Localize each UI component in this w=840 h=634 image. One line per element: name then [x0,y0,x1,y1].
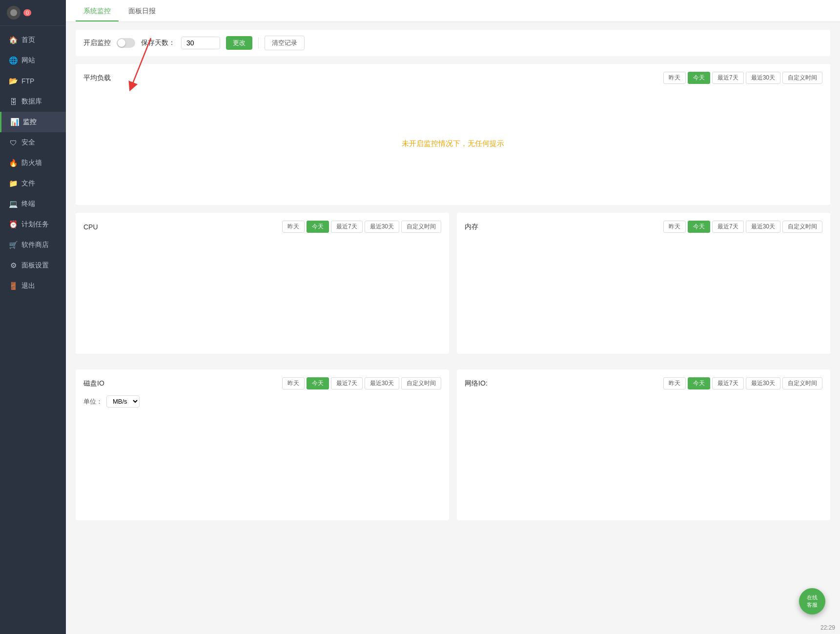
cpu-filter-today[interactable]: 今天 [307,221,329,233]
sidebar-item-website[interactable]: 🌐 网站 [0,50,66,71]
network-io-title: 网络IO: [465,379,488,388]
filter-yesterday[interactable]: 昨天 [663,72,686,84]
sidebar-item-logout[interactable]: 🚪 退出 [0,276,66,296]
memory-chart-area [465,239,822,346]
cpu-filter-7days[interactable]: 最近7天 [331,221,363,233]
sidebar-item-label: 监控 [23,118,37,126]
memory-panel: 内存 昨天 今天 最近7天 最近30天 自定义时间 [457,213,830,354]
sidebar-item-cron[interactable]: ⏰ 计划任务 [0,214,66,235]
average-load-time-filters: 昨天 今天 最近7天 最近30天 自定义时间 [663,72,822,84]
disk-filter-7days[interactable]: 最近7天 [331,377,363,389]
filter-today[interactable]: 今天 [688,72,710,84]
network-filter-today[interactable]: 今天 [688,377,710,389]
sidebar-item-firewall[interactable]: 🔥 防火墙 [0,153,66,173]
sidebar-item-terminal[interactable]: 💻 终端 [0,194,66,214]
sidebar-item-label: 首页 [21,36,35,44]
disk-io-time-filters: 昨天 今天 最近7天 最近30天 自定义时间 [282,377,441,389]
sidebar-item-label: 安全 [21,138,35,147]
sidebar-item-security[interactable]: 🛡 安全 [0,132,66,153]
database-icon: 🗄 [9,97,18,106]
svg-point-0 [10,9,17,16]
sidebar-item-files[interactable]: 📁 文件 [0,173,66,194]
clear-button[interactable]: 清空记录 [265,36,305,50]
tab-panel-log[interactable]: 面板日报 [121,0,164,21]
sidebar-item-software[interactable]: 🛒 软件商店 [0,235,66,255]
monitor-toggle[interactable] [117,38,135,48]
sidebar-nav: 🏠 首页 🌐 网站 📂 FTP 🗄 数据库 📊 监控 🛡 安全 🔥 防火墙 � [0,26,66,634]
disk-filter-yesterday[interactable]: 昨天 [282,377,305,389]
cpu-filter-30days[interactable]: 最近30天 [365,221,399,233]
memory-filter-yesterday[interactable]: 昨天 [663,221,686,233]
memory-filter-today[interactable]: 今天 [688,221,710,233]
memory-header: 内存 昨天 今天 最近7天 最近30天 自定义时间 [465,221,822,233]
home-icon: 🏠 [9,36,18,44]
charts-row-1: CPU 昨天 今天 最近7天 最近30天 自定义时间 内存 昨天 [76,213,830,362]
divider [258,37,259,49]
disk-filter-30days[interactable]: 最近30天 [365,377,399,389]
network-filter-custom[interactable]: 自定义时间 [782,377,822,389]
sidebar-item-label: 面板设置 [21,261,49,270]
network-filter-7days[interactable]: 最近7天 [712,377,744,389]
save-days-input[interactable] [181,37,220,49]
unit-select[interactable]: MB/s KB/s B/s [106,395,140,408]
memory-filter-7days[interactable]: 最近7天 [712,221,744,233]
average-load-header: 平均负载 昨天 今天 最近7天 最近30天 自定义时间 [83,72,822,84]
disk-io-header: 磁盘IO 昨天 今天 最近7天 最近30天 自定义时间 [83,377,441,389]
cpu-panel: CPU 昨天 今天 最近7天 最近30天 自定义时间 [76,213,449,354]
charts-row-2: 磁盘IO 昨天 今天 最近7天 最近30天 自定义时间 单位： MB/s KB/… [76,369,830,528]
software-icon: 🛒 [9,241,18,249]
memory-filter-30days[interactable]: 最近30天 [746,221,780,233]
memory-filter-custom[interactable]: 自定义时间 [782,221,822,233]
network-filter-yesterday[interactable]: 昨天 [663,377,686,389]
files-icon: 📁 [9,179,18,188]
cpu-filter-yesterday[interactable]: 昨天 [282,221,305,233]
sidebar-item-ftp[interactable]: 📂 FTP [0,71,66,91]
timestamp: 22:29 [820,624,835,631]
update-button[interactable]: 更改 [226,36,252,50]
network-filter-30days[interactable]: 最近30天 [746,377,780,389]
sidebar-item-label: 网站 [21,56,35,65]
sidebar-item-label: 软件商店 [21,241,49,249]
monitor-icon: 📊 [10,118,19,126]
average-load-title: 平均负载 [83,74,111,82]
unit-label: 单位： [83,397,102,406]
cpu-filter-custom[interactable]: 自定义时间 [401,221,441,233]
filter-30days[interactable]: 最近30天 [746,72,780,84]
ftp-icon: 📂 [9,77,18,85]
notification-badge: 0 [23,9,31,16]
cron-icon: ⏰ [9,220,18,229]
average-load-empty: 未开启监控情况下，无任何提示 [83,90,822,197]
average-load-panel: 平均负载 昨天 今天 最近7天 最近30天 自定义时间 未开启监控情况下，无任何… [76,64,830,205]
sidebar-item-label: 数据库 [21,97,42,106]
disk-filter-today[interactable]: 今天 [307,377,329,389]
sidebar-item-panel-settings[interactable]: ⚙ 面板设置 [0,255,66,276]
sidebar-item-label: 计划任务 [21,220,49,229]
filter-7days[interactable]: 最近7天 [712,72,744,84]
filter-custom[interactable]: 自定义时间 [782,72,822,84]
disk-io-chart-area [83,411,441,509]
disk-filter-custom[interactable]: 自定义时间 [401,377,441,389]
network-io-header: 网络IO: 昨天 今天 最近7天 最近30天 自定义时间 [465,377,822,389]
sidebar-item-label: 终端 [21,200,35,208]
annotation-wrapper [117,38,135,48]
sidebar-item-database[interactable]: 🗄 数据库 [0,91,66,112]
save-days-label: 保存天数： [141,39,175,47]
sidebar-item-label: 退出 [21,282,35,290]
live-chat-button[interactable]: 在线 客服 [799,588,825,614]
monitor-toggle-label: 开启监控 [83,39,111,47]
cpu-chart-area [83,239,441,346]
top-controls: 开启监控 保存天数： 更改 清空记录 [76,30,830,56]
terminal-icon: 💻 [9,200,18,208]
sidebar-logo [7,6,20,20]
website-icon: 🌐 [9,56,18,65]
sidebar-header: 0 [0,0,66,26]
main-content: 系统监控 面板日报 开启监控 保存天数： [66,0,840,634]
cpu-header: CPU 昨天 今天 最近7天 最近30天 自定义时间 [83,221,441,233]
sidebar-item-monitor[interactable]: 📊 监控 [0,112,66,132]
memory-title: 内存 [465,223,478,231]
settings-icon: ⚙ [9,261,18,270]
cpu-title: CPU [83,223,98,231]
sidebar-item-label: FTP [21,77,34,85]
sidebar-item-home[interactable]: 🏠 首页 [0,30,66,50]
tab-system-monitor[interactable]: 系统监控 [76,0,119,21]
